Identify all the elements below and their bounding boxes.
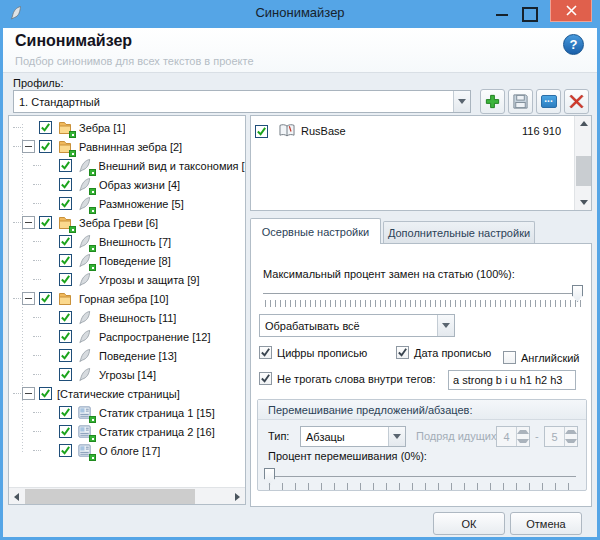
static-page-icon: [77, 443, 94, 459]
dictionary-checkbox[interactable]: [255, 125, 268, 138]
dictionaries-panel: RusBase116 910: [250, 115, 592, 211]
scroll-left-icon[interactable]: [9, 489, 24, 504]
tree-item[interactable]: Внешний вид и таксономия [3]: [9, 156, 245, 175]
page-icon: [77, 348, 94, 364]
tree-item-checkbox[interactable]: [59, 235, 72, 248]
tab-main-settings[interactable]: Осервные настройки: [250, 218, 381, 244]
tree-item[interactable]: Равнинная зебра [2]: [9, 137, 245, 156]
tree-item[interactable]: Горная зебра [10]: [9, 289, 245, 308]
published-badge: [89, 264, 96, 271]
tree-item-checkbox[interactable]: [59, 159, 72, 172]
dictionary-item[interactable]: RusBase116 910: [255, 121, 569, 141]
tree-item-checkbox[interactable]: [39, 216, 52, 229]
tree-item[interactable]: [Статические страницы]: [9, 384, 245, 403]
tree-horizontal-scrollbar[interactable]: [9, 487, 245, 504]
chevron-down-icon[interactable]: [437, 315, 454, 336]
cancel-button[interactable]: Отмена: [510, 512, 582, 535]
tree-item-checkbox[interactable]: [59, 349, 72, 362]
tree-connector: [33, 355, 41, 356]
tree-item[interactable]: Зебра [1]: [9, 118, 245, 137]
help-button[interactable]: ?: [563, 34, 584, 55]
shuffle-percent-slider[interactable]: [268, 476, 576, 477]
save-profile-button[interactable]: [508, 89, 533, 114]
scrollbar-thumb[interactable]: [25, 489, 195, 504]
english-checkbox[interactable]: Английский: [503, 351, 580, 364]
tree-item-checkbox[interactable]: [59, 197, 72, 210]
tree-item-checkbox[interactable]: [59, 273, 72, 286]
tree-item-checkbox[interactable]: [39, 121, 52, 134]
checkbox[interactable]: [259, 372, 272, 385]
profile-select[interactable]: 1. Стандартный: [13, 90, 471, 113]
tab-additional-settings[interactable]: Дополнительные настройки: [383, 221, 535, 244]
tree-item[interactable]: Образ жизни [4]: [9, 175, 245, 194]
close-button[interactable]: [550, 0, 592, 22]
date-in-words-checkbox[interactable]: Дата прописью: [396, 346, 491, 359]
static-page-icon: [77, 405, 94, 421]
tree-item-checkbox[interactable]: [59, 368, 72, 381]
minimize-button[interactable]: [492, 6, 514, 22]
tree-indent: [22, 121, 35, 134]
tree-item[interactable]: Внешность [11]: [9, 308, 245, 327]
dictionary-name: RusBase: [301, 125, 346, 137]
shuffle-type-select[interactable]: Абзацы: [300, 426, 406, 447]
scrollbar-thumb[interactable]: [576, 156, 591, 186]
collapse-toggle-icon[interactable]: [22, 216, 35, 229]
checkbox[interactable]: [503, 351, 516, 364]
tree-item-label: Горная зебра [10]: [79, 293, 169, 305]
ok-button[interactable]: ОК: [433, 512, 505, 535]
more-options-button[interactable]: ...: [536, 89, 561, 114]
tree-item-checkbox[interactable]: [59, 254, 72, 267]
collapse-toggle-icon[interactable]: [22, 140, 35, 153]
tree-item[interactable]: Зебра Греви [6]: [9, 213, 245, 232]
list-vertical-scrollbar[interactable]: [574, 116, 591, 210]
tree-connector: [33, 431, 41, 432]
tree-item-checkbox[interactable]: [59, 406, 72, 419]
page-icon: [77, 234, 94, 250]
tree-item[interactable]: Поведение [13]: [9, 346, 245, 365]
published-badge: [89, 416, 96, 423]
tree-item[interactable]: Статик страница 1 [15]: [9, 403, 245, 422]
collapse-toggle-icon[interactable]: [22, 387, 35, 400]
chevron-down-icon[interactable]: [453, 91, 470, 112]
tree-item[interactable]: Распространение [12]: [9, 327, 245, 346]
process-mode-value: Обрабатывать всё: [260, 320, 437, 332]
titlebar: Синонимайзер: [0, 0, 600, 28]
digits-in-words-checkbox[interactable]: Цифры прописью: [259, 346, 367, 359]
max-replace-slider[interactable]: [263, 293, 583, 294]
tree-item-checkbox[interactable]: [59, 178, 72, 191]
slider-ticks: [265, 300, 583, 307]
tree-item-checkbox[interactable]: [59, 330, 72, 343]
collapse-toggle-icon[interactable]: [22, 292, 35, 305]
scroll-up-icon[interactable]: [576, 116, 591, 131]
tree-item[interactable]: Статик страница 2 [16]: [9, 422, 245, 441]
tree-item-label: Угрозы [14]: [99, 369, 156, 381]
process-mode-select[interactable]: Обрабатывать всё: [259, 314, 455, 337]
skip-tags-checkbox[interactable]: Не трогать слова внутри тегов:: [259, 372, 436, 385]
tree-item[interactable]: О блоге [17]: [9, 441, 245, 460]
tree-item[interactable]: Угрозы и защита [9]: [9, 270, 245, 289]
tree-item-checkbox[interactable]: [39, 292, 52, 305]
scroll-right-icon[interactable]: [230, 489, 245, 504]
scroll-down-icon[interactable]: [576, 195, 591, 210]
tree-item[interactable]: Внешность [7]: [9, 232, 245, 251]
settings-panel: Максимальный процент замен на статью (10…: [250, 243, 592, 507]
tree-item[interactable]: Угрозы [14]: [9, 365, 245, 384]
add-profile-button[interactable]: [480, 89, 505, 114]
tree-item-checkbox[interactable]: [59, 311, 72, 324]
checkbox[interactable]: [396, 346, 409, 359]
sequence-label: Подряд идущих:: [416, 430, 499, 442]
skip-tags-input[interactable]: [448, 370, 576, 390]
tree-item-checkbox[interactable]: [59, 444, 72, 457]
tree-connector: [33, 184, 41, 185]
chevron-down-icon[interactable]: [388, 427, 405, 446]
maximize-button[interactable]: [518, 6, 540, 22]
page-icon: [77, 310, 94, 326]
tree-item-checkbox[interactable]: [39, 387, 52, 400]
tree-item-checkbox[interactable]: [39, 140, 52, 153]
tree-item[interactable]: Поведение [8]: [9, 251, 245, 270]
delete-profile-button[interactable]: [564, 89, 589, 114]
tree-item-checkbox[interactable]: [59, 425, 72, 438]
checkbox[interactable]: [259, 346, 272, 359]
ellipsis-icon: ...: [541, 95, 557, 108]
tree-item[interactable]: Размножение [5]: [9, 194, 245, 213]
